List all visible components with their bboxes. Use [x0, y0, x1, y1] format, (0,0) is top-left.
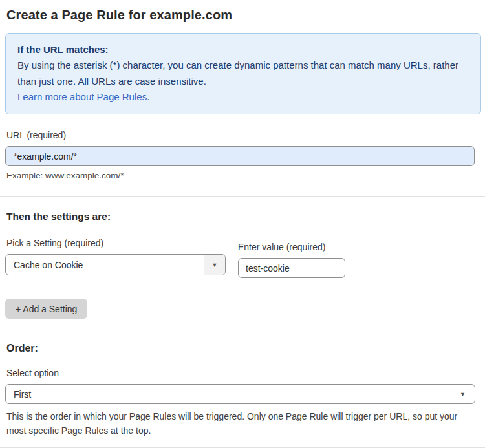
chevron-down-icon: ▼ [212, 262, 218, 268]
chevron-down-icon: ▼ [460, 391, 466, 398]
url-field-label: URL (required) [6, 130, 479, 140]
url-match-info-box: If the URL matches: By using the asteris… [5, 33, 481, 114]
info-box-link-line: Learn more about Page Rules. [17, 89, 469, 105]
order-section-heading: Order: [6, 343, 479, 354]
divider [0, 447, 485, 448]
divider [0, 196, 485, 197]
setting-select[interactable]: Cache on Cookie ▼ [5, 254, 226, 275]
info-box-heading: If the URL matches: [17, 42, 469, 58]
settings-section-heading: Then the settings are: [6, 211, 479, 222]
learn-more-link[interactable]: Learn more about Page Rules [17, 91, 147, 102]
setting-select-arrow-button[interactable]: ▼ [204, 255, 225, 275]
order-select[interactable]: First ▼ [5, 384, 475, 404]
setting-picker-column: Pick a Setting (required) Cache on Cooki… [6, 225, 238, 278]
info-box-body: By using the asterisk (*) character, you… [17, 58, 469, 89]
url-helper-text: Example: www.example.com/* [6, 171, 479, 180]
setting-value-column: Enter value (required) [238, 229, 345, 278]
page-rule-form: Create a Page Rule for example.com If th… [0, 0, 485, 448]
page-title: Create a Page Rule for example.com [6, 8, 479, 23]
add-setting-button[interactable]: + Add a Setting [5, 299, 87, 319]
divider [0, 328, 485, 328]
order-helper-text: This is the order in which your Page Rul… [6, 410, 472, 438]
settings-row: Pick a Setting (required) Cache on Cooki… [6, 225, 479, 278]
order-select-value: First [14, 389, 31, 400]
setting-value-label: Enter value (required) [238, 242, 345, 252]
setting-picker-label: Pick a Setting (required) [6, 238, 238, 248]
url-input[interactable] [5, 146, 475, 166]
setting-select-value: Cache on Cookie [6, 255, 204, 275]
link-period: . [147, 91, 149, 102]
order-select-label: Select option [6, 368, 479, 378]
setting-value-input[interactable] [238, 258, 345, 278]
